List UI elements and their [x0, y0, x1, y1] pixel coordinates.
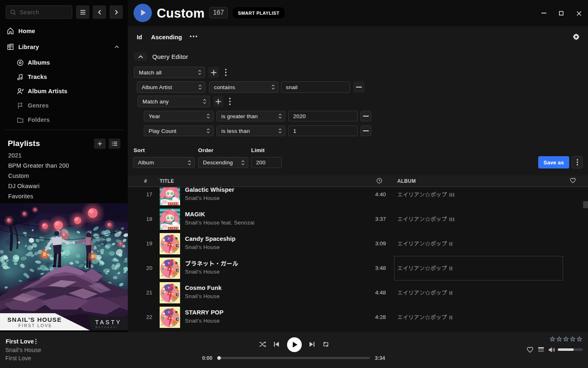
svg-text:FIRST LOVE: FIRST LOVE [18, 323, 52, 328]
svg-text:BETAMAXI: BETAMAXI [96, 326, 118, 328]
svg-text:TASTY: TASTY [95, 319, 122, 325]
svg-text:SNAIL'S HOUSE: SNAIL'S HOUSE [7, 316, 62, 323]
